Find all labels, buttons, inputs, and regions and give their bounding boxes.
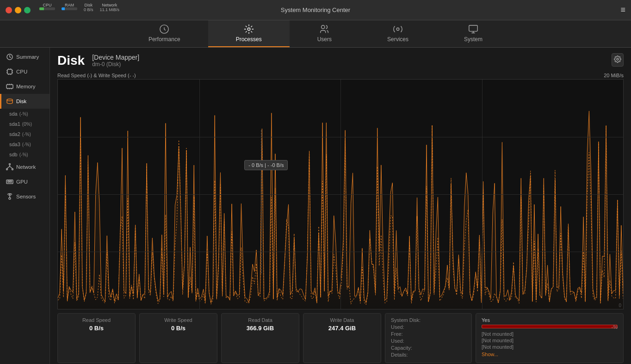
- svg-rect-3: [469, 25, 477, 31]
- yes-label: Yes: [482, 317, 618, 323]
- write-data-box: Write Data 247.4 GiB: [303, 313, 381, 363]
- svg-point-9: [6, 169, 8, 170]
- not-mounted-2: [Not mounted]: [482, 338, 618, 343]
- rp-percent: -%: [612, 324, 618, 330]
- free-row: Free:: [391, 331, 466, 337]
- sensors-icon: [6, 193, 13, 200]
- tab-users[interactable]: Users: [290, 20, 359, 47]
- tab-performance[interactable]: Performance: [121, 20, 208, 47]
- system-icon: [468, 24, 478, 34]
- used2-label: Used:: [391, 338, 404, 344]
- performance-icon: [159, 24, 169, 34]
- close-button[interactable]: [6, 7, 12, 13]
- read-speed-value: 0 B/s: [89, 325, 104, 332]
- svg-rect-13: [10, 181, 12, 182]
- sidebar-item-network[interactable]: Network: [0, 160, 49, 174]
- sidebar-item-memory[interactable]: Memory: [0, 79, 49, 94]
- chart-tooltip: - 0 B/s | - -0 B/s: [244, 160, 288, 170]
- show-more-link[interactable]: Show...: [482, 352, 618, 357]
- grid-vline-3: [482, 80, 483, 309]
- tooltip-text: - 0 B/s | - -0 B/s: [248, 162, 284, 168]
- capacity-label: Capacity:: [391, 345, 412, 351]
- settings-button[interactable]: [612, 53, 624, 67]
- resource-status-bar: CPU RAM Disk 0 B/s Network 11.1 MiB/s: [39, 3, 119, 12]
- ram-mini-bar-bg: [62, 7, 77, 10]
- minimize-button[interactable]: [15, 7, 21, 13]
- disk-device-name: [Device Mapper]: [92, 54, 139, 61]
- used2-row: Used:: [391, 338, 466, 344]
- details-row: Details:: [391, 352, 466, 358]
- content-area: Disk [Device Mapper] dm-0 (Disk) Read Sp…: [50, 48, 631, 364]
- chart-speed-label: Read Speed (-) & Write Speed (- -): [57, 73, 136, 78]
- network-status-label: Network: [102, 3, 117, 7]
- cpu-mini-bar-bg: [39, 7, 55, 10]
- right-panel: Yes -% [Not mounted] [Not mounted] [Not …: [476, 313, 624, 363]
- tab-system[interactable]: System: [436, 20, 510, 47]
- svg-point-10: [12, 169, 13, 170]
- svg-point-1: [322, 25, 325, 29]
- sidebar-item-disk[interactable]: Disk: [0, 94, 49, 109]
- sidebar-item-cpu[interactable]: CPU: [0, 64, 49, 79]
- tab-processes[interactable]: Processes: [208, 20, 290, 47]
- cpu-mini-bar: [39, 7, 44, 10]
- sidebar-item-sda3[interactable]: sda3 (-%): [0, 139, 49, 149]
- sidebar-item-gpu[interactable]: GPU: [0, 174, 49, 189]
- services-icon: [393, 24, 403, 34]
- disk-status-value: 0 B/s: [84, 7, 93, 12]
- svg-point-2: [396, 28, 399, 31]
- sidebar-item-summary[interactable]: Summary: [0, 49, 49, 64]
- used-row: Used:: [391, 324, 466, 330]
- capacity-row: Capacity:: [391, 345, 466, 351]
- tab-services[interactable]: Services: [359, 20, 436, 47]
- sidebar-item-sensors[interactable]: Sensors: [0, 189, 49, 204]
- title-bar: CPU RAM Disk 0 B/s Network 11.1 MiB/s Sy…: [0, 0, 631, 20]
- ram-mini-bar: [62, 7, 65, 10]
- system-disk-label: System Disk:: [391, 317, 421, 323]
- disk-device-sub: dm-0 (Disk): [92, 61, 139, 68]
- processes-icon: [244, 24, 254, 34]
- chart-header: Read Speed (-) & Write Speed (- -) 20 Mi…: [50, 72, 631, 79]
- grid-vline-2: [340, 80, 341, 309]
- svg-rect-6: [6, 85, 13, 88]
- write-data-value: 247.4 GiB: [328, 325, 356, 332]
- ram-status-label: RAM: [65, 3, 74, 7]
- read-speed-label: Read Speed: [82, 317, 111, 323]
- svg-point-15: [617, 58, 619, 60]
- users-icon: [319, 24, 329, 34]
- chart-max-speed: 20 MiB/s: [604, 73, 624, 78]
- memory-icon: [6, 83, 13, 90]
- sidebar: Summary CPU Memory Disk sda (-%): [0, 48, 50, 364]
- write-speed-box: Write Speed 0 B/s: [139, 313, 217, 363]
- main-layout: Summary CPU Memory Disk sda (-%): [0, 48, 631, 364]
- svg-point-8: [9, 164, 11, 165]
- network-status-value: 11.1 MiB/s: [100, 7, 120, 12]
- window-controls: [6, 7, 31, 13]
- sidebar-item-sda1[interactable]: sda1 (0%): [0, 119, 49, 129]
- gear-icon: [614, 56, 621, 63]
- disk-header: Disk [Device Mapper] dm-0 (Disk): [50, 48, 631, 72]
- write-data-label: Write Data: [330, 317, 354, 323]
- summary-icon: [6, 53, 13, 61]
- nav-tabs: Performance Processes Users Services Sys…: [0, 20, 631, 48]
- ram-status: RAM: [62, 3, 77, 12]
- gpu-icon: [6, 178, 13, 185]
- used-label: Used:: [391, 324, 404, 330]
- cpu-icon: [6, 68, 13, 75]
- hamburger-icon[interactable]: ≡: [620, 5, 625, 14]
- write-speed-label: Write Speed: [164, 317, 192, 323]
- disk-page-title: Disk: [57, 53, 85, 68]
- svg-rect-11: [6, 180, 13, 184]
- maximize-button[interactable]: [24, 7, 31, 13]
- free-label: Free:: [391, 331, 403, 337]
- svg-point-14: [9, 197, 11, 199]
- menu-button[interactable]: ≡: [620, 5, 625, 15]
- write-speed-value: 0 B/s: [171, 325, 186, 332]
- cpu-status-label: CPU: [43, 3, 51, 7]
- sidebar-item-sdb[interactable]: sdb (-%): [0, 149, 49, 160]
- rp-bar-container: [482, 325, 618, 328]
- system-disk-label-row: System Disk:: [391, 317, 466, 323]
- sidebar-item-sda2[interactable]: sda2 (-%): [0, 129, 49, 139]
- sidebar-item-sda[interactable]: sda (-%): [0, 109, 49, 119]
- network-icon: [6, 163, 13, 171]
- read-data-label: Read Data: [248, 317, 272, 323]
